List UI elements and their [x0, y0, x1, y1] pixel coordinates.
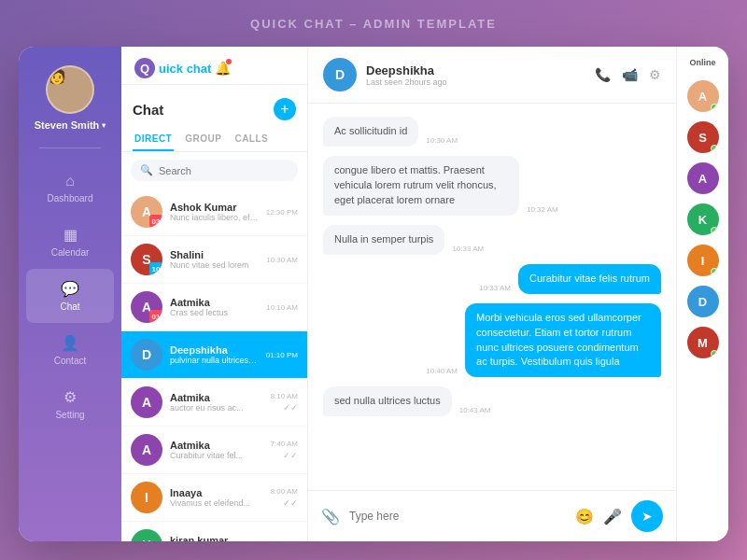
list-item[interactable]: A Aatmika Curabitur vitae fel... 7:40 AM…: [121, 427, 307, 474]
message-row: 10:40 AM Morbi vehicula eros sed ullamco…: [323, 303, 661, 378]
read-icon: ✓✓: [283, 451, 298, 460]
bell-wrap: 🔔: [215, 60, 231, 77]
list-item[interactable]: A Aatmika auctor eu risus ac... 8:10 AM …: [121, 379, 307, 427]
chat-list-panel: Q uick chat 🔔 Chat + DIRECT GROUP CALLS …: [121, 47, 308, 541]
attach-icon[interactable]: 📎: [321, 508, 340, 525]
chat-panel-title: Chat: [133, 102, 163, 118]
chat-tabs: DIRECT GROUP CALLS: [121, 128, 307, 152]
sidebar-item-setting[interactable]: ⚙ Setting: [19, 377, 121, 431]
online-user-avatar[interactable]: A: [687, 162, 719, 194]
message-time: 10:43 AM: [459, 406, 491, 414]
phone-icon[interactable]: 📞: [595, 67, 611, 82]
sidebar-item-label: Calendar: [51, 247, 90, 258]
contact-avatar: A: [131, 386, 162, 418]
app-logo: Q uick chat 🔔: [121, 47, 307, 85]
contact-avatar: D: [131, 339, 162, 371]
read-icon: ✓✓: [283, 498, 298, 508]
chevron-down-icon: ▾: [102, 121, 106, 130]
chat-messages: Ac sollicitudin id 10:30 AM congue liber…: [308, 104, 676, 490]
sidebar-item-contact[interactable]: 👤 Contact: [19, 323, 121, 377]
online-dot: [711, 104, 718, 111]
chat-input-bar: 📎 😊 🎤 ➤: [308, 490, 676, 541]
message-time: 10:32 AM: [527, 205, 558, 214]
message-row: Nulla in semper turpis 10:33 AM: [323, 225, 661, 255]
online-user-avatar[interactable]: A: [687, 80, 719, 112]
list-item[interactable]: S 10 Shalini Nunc vitae sed lorem 10:30 …: [121, 236, 307, 284]
message-bubble: Curabitur vitae felis rutrum: [518, 264, 661, 294]
contact-avatar: A 03: [131, 196, 162, 228]
badge: 01: [149, 310, 162, 323]
calendar-icon: ▦: [63, 226, 78, 244]
message-row: sed nulla ultrices luctus 10:43 AM: [323, 386, 661, 416]
contact-avatar: K: [131, 529, 162, 541]
tab-calls[interactable]: CALLS: [233, 128, 270, 151]
video-icon[interactable]: 📹: [622, 67, 638, 82]
chat-main: D Deepshikha Last seen 2hours ago 📞 📹 ⚙ …: [308, 47, 676, 541]
contact-avatar: A 01: [131, 291, 162, 323]
chat-header-avatar: D: [323, 58, 357, 91]
online-dot: [711, 268, 718, 275]
message-time: 10:33 AM: [452, 245, 484, 253]
list-item-active[interactable]: D Deepshikha pulvinar nulla ultrices luc…: [121, 331, 307, 379]
avatar: 🧑: [46, 65, 94, 114]
app-container: 🧑 Steven Smith ▾ ⌂ Dashboard ▦ Calendar …: [19, 47, 728, 541]
online-user-avatar[interactable]: I: [687, 245, 719, 276]
settings-icon[interactable]: ⚙: [649, 67, 661, 82]
chat-header-actions: 📞 📹 ⚙: [595, 67, 661, 82]
sidebar-item-label: Contact: [54, 356, 86, 366]
contact-avatar: S 10: [131, 244, 162, 275]
page-title: QUICK CHAT – ADMIN TEMPLATE: [0, 17, 747, 31]
message-bubble: Ac sollicitudin id: [323, 117, 418, 147]
sidebar-item-label: Dashboard: [48, 193, 93, 203]
message-input[interactable]: [349, 510, 566, 523]
list-item[interactable]: A 03 Ashok Kumar Nunc iaculis libero, ef…: [121, 189, 307, 236]
contact-icon: 👤: [61, 334, 79, 352]
send-button[interactable]: ➤: [631, 500, 663, 532]
list-item[interactable]: I Inaaya Vivamus et eleifend... 8:00 AM …: [121, 474, 307, 522]
sidebar-item-dashboard[interactable]: ⌂ Dashboard: [19, 161, 121, 215]
nav-sidebar: 🧑 Steven Smith ▾ ⌂ Dashboard ▦ Calendar …: [19, 47, 121, 541]
logo-icon: Q: [134, 58, 155, 78]
badge: 03: [149, 215, 162, 228]
sidebar-item-calendar[interactable]: ▦ Calendar: [19, 215, 121, 269]
mic-icon[interactable]: 🎤: [603, 508, 622, 525]
dashboard-icon: ⌂: [65, 173, 75, 189]
sidebar-item-label: Chat: [60, 301, 79, 312]
chat-icon: 💬: [61, 280, 79, 298]
online-user-avatar[interactable]: K: [687, 203, 719, 235]
sidebar-item-chat[interactable]: 💬 Chat: [26, 269, 114, 323]
online-user-avatar[interactable]: S: [687, 121, 719, 153]
nav-items: ⌂ Dashboard ▦ Calendar 💬 Chat 👤 Contact …: [19, 161, 121, 523]
contact-avatar: A: [131, 434, 162, 466]
read-icon: ✓✓: [283, 403, 298, 413]
search-input[interactable]: [159, 165, 289, 176]
sidebar-item-label: Setting: [55, 410, 84, 420]
message-time: 10:40 AM: [426, 367, 458, 375]
message-bubble: Nulla in semper turpis: [323, 225, 444, 255]
message-time: 10:33 AM: [479, 284, 511, 292]
tab-group[interactable]: GROUP: [183, 128, 223, 151]
add-chat-button[interactable]: +: [274, 98, 296, 120]
tab-direct[interactable]: DIRECT: [133, 128, 174, 151]
online-panel: Online A S A K I D M: [676, 47, 728, 541]
contact-avatar: I: [131, 482, 162, 513]
logo-text: uick chat: [159, 62, 211, 76]
message-bubble: Morbi vehicula eros sed ullamcorper cons…: [465, 303, 661, 378]
contact-list: A 03 Ashok Kumar Nunc iaculis libero, ef…: [121, 189, 307, 541]
emoji-icon[interactable]: 😊: [575, 508, 594, 525]
username-label: Steven Smith ▾: [35, 119, 106, 131]
message-row: 10:33 AM Curabitur vitae felis rutrum: [323, 264, 661, 294]
chat-panel-header: Chat +: [121, 85, 307, 128]
input-actions: 😊 🎤: [575, 508, 622, 525]
online-user-avatar[interactable]: M: [687, 327, 719, 358]
online-dot: [711, 350, 718, 357]
message-bubble: sed nulla ultrices luctus: [323, 386, 452, 416]
online-user-avatar[interactable]: D: [687, 286, 719, 317]
search-bar: 🔍: [131, 160, 298, 181]
list-item[interactable]: A 01 Aatmika Cras sed lectus 10:10 AM: [121, 284, 307, 331]
online-title: Online: [689, 58, 715, 67]
nav-divider: [39, 147, 101, 148]
search-icon: 🔍: [140, 164, 153, 176]
online-dot: [711, 145, 718, 152]
list-item[interactable]: K kiran kumar auctor eu risus ac... 8:10…: [121, 522, 307, 541]
